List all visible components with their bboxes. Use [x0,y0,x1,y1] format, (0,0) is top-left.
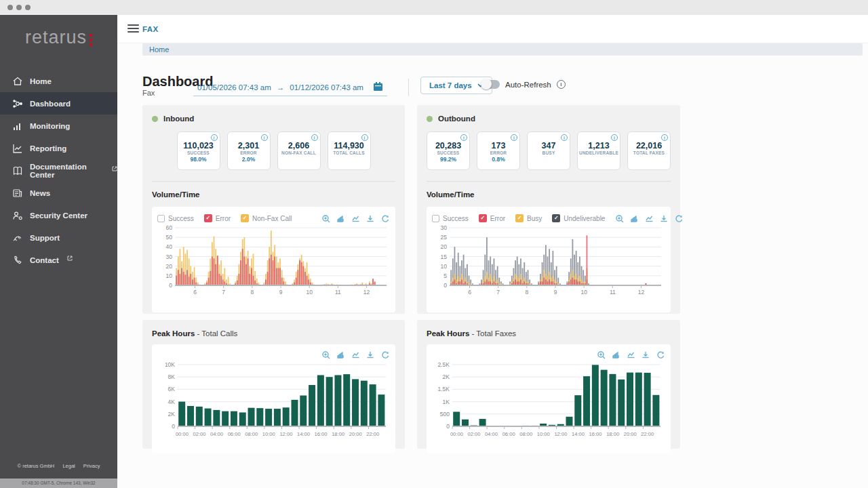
info-icon[interactable]: i [661,134,668,141]
legend-checkbox-busy[interactable]: ✓Busy [515,214,542,222]
refresh-icon[interactable] [656,350,665,359]
legend-checkbox-success[interactable]: Success [157,214,194,222]
info-icon[interactable]: i [511,134,517,141]
svg-text:40: 40 [166,243,173,250]
sidebar-item-label: Support [30,234,60,242]
page-header: Dashboard Fax 01/05/2026 07:43 am → 01/1… [142,75,854,102]
refresh-icon[interactable] [675,214,684,223]
calendar-icon[interactable] [373,81,383,93]
info-icon[interactable]: i [311,134,318,141]
sidebar-item-contact[interactable]: Contact [0,249,117,271]
svg-text:5: 5 [443,272,447,279]
date-arrow-icon: → [277,83,285,92]
zoom-in-icon[interactable] [615,214,624,223]
outbound-volume-chart[interactable]: 0510152025306789101112 [432,224,665,307]
outbound-volume-card: Success✓Error✓Busy✓Undeliverable 0510152… [427,207,671,312]
privacy-link[interactable]: Privacy [83,463,100,469]
date-range-input[interactable]: 01/05/2026 07:43 am → 01/12/2026 07:43 a… [193,79,387,96]
download-icon[interactable] [660,214,669,223]
svg-text:8K: 8K [168,373,176,380]
window-control-dot[interactable] [25,5,31,10]
svg-text:12: 12 [638,289,645,296]
breadcrumb-home-link[interactable]: Home [149,45,169,54]
download-icon[interactable] [642,350,650,359]
outbound-peak-chart[interactable]: 05001K1.5K2K2.5K00:0002:0004:0006:0008:0… [432,360,665,448]
documentation-icon [12,165,23,176]
svg-text:15: 15 [441,253,448,260]
bar-chart-icon[interactable] [336,214,345,223]
divider [427,181,671,182]
sidebar-item-label: Reporting [30,144,66,152]
info-icon[interactable]: i [460,134,467,141]
legend-checkbox-non-fax-call[interactable]: ✓Non-Fax Call [241,214,292,222]
menu-toggle-icon[interactable] [127,24,139,35]
svg-text:0: 0 [443,282,447,289]
sidebar-item-documentation-center[interactable]: Documentation Center [0,159,117,182]
sidebar-item-home[interactable]: Home [0,70,117,92]
date-from-value: 01/05/2026 07:43 am [197,83,271,92]
bar-chart-icon[interactable] [612,350,620,359]
stat-value: 22,016 [628,141,670,150]
inbound-volume-chart[interactable]: 01020304050606789101112 [157,224,390,307]
legend-checkbox-undeliverable[interactable]: ✓Undeliverable [552,214,605,222]
zoom-in-icon[interactable] [597,350,606,359]
stat-value: 114,930 [328,141,370,150]
info-icon[interactable]: i [211,134,218,141]
sidebar-item-support[interactable]: Support [0,226,117,249]
info-icon[interactable]: i [611,134,618,141]
sidebar-item-dashboard[interactable]: Dashboard [0,92,117,115]
svg-text:14:00: 14:00 [572,431,585,437]
outbound-panel: Outbound i20,283SUCCESS99.2%i173ERROR0.8… [417,105,680,314]
stat-value: 1,213 [578,141,620,150]
inbound-volume-card: Success✓Error✓Non-Fax Call 0102030405060… [152,207,395,312]
sidebar-item-security-center[interactable]: Security Center [0,204,117,226]
svg-text:6K: 6K [168,386,176,392]
sidebar-item-monitoring[interactable]: Monitoring [0,115,117,137]
stat-label: ERROR [477,150,519,155]
info-icon[interactable]: i [561,134,568,141]
info-icon[interactable]: i [361,134,368,141]
inbound-peak-panel: Peak Hours - Total Calls 02K4K6K8K10K00:… [142,320,405,449]
outbound-stat-cards: i20,283SUCCESS99.2%i173ERROR0.8%i347BUSY… [427,131,671,170]
info-icon[interactable]: i [261,134,268,141]
download-icon[interactable] [366,214,375,223]
bar-chart-icon[interactable] [336,350,345,359]
inbound-peak-chart[interactable]: 02K4K6K8K10K00:0002:0004:0006:0008:0010:… [157,360,390,448]
svg-text:12: 12 [363,289,370,296]
sidebar-item-label: Documentation Center [30,163,104,179]
bar-chart-icon[interactable] [630,214,639,223]
inbound-peak-card: 02K4K6K8K10K00:0002:0004:0006:0008:0010:… [152,344,395,453]
legend-checkbox-success[interactable]: Success [432,214,469,222]
line-chart-icon[interactable] [351,214,360,223]
legend-checkbox-error[interactable]: ✓Error [204,214,231,222]
legend-checkbox-error[interactable]: ✓Error [479,214,505,222]
line-chart-icon[interactable] [351,350,360,359]
main-content: FAX Home Dashboard Fax 01/05/2026 07:43 … [117,15,868,488]
sidebar-item-reporting[interactable]: Reporting [0,137,117,159]
chart-toolbar [321,350,390,359]
zoom-in-icon[interactable] [321,350,330,359]
svg-text:06:00: 06:00 [228,431,241,437]
chart-toolbar [615,214,684,223]
stat-percent: 2.0% [228,156,270,163]
svg-text:7: 7 [222,289,225,296]
svg-text:04:00: 04:00 [210,431,223,437]
download-icon[interactable] [366,350,375,359]
refresh-icon[interactable] [381,214,390,223]
window-control-dot[interactable] [7,5,13,10]
line-chart-icon[interactable] [645,214,654,223]
svg-text:1.5K: 1.5K [438,386,450,392]
legal-link[interactable]: Legal [62,463,75,469]
sidebar-item-news[interactable]: News [0,182,117,204]
outbound-card-busy: i347BUSY [527,131,570,170]
news-icon [12,188,23,199]
line-chart-icon[interactable] [627,350,635,359]
window-control-dot[interactable] [16,5,22,10]
divider [152,181,395,182]
auto-refresh-toggle[interactable] [481,80,500,89]
auto-refresh-info-icon[interactable]: i [557,80,566,89]
svg-text:2K: 2K [168,411,176,418]
refresh-icon[interactable] [381,350,390,359]
zoom-in-icon[interactable] [321,214,330,223]
stat-label: ERROR [228,150,270,155]
